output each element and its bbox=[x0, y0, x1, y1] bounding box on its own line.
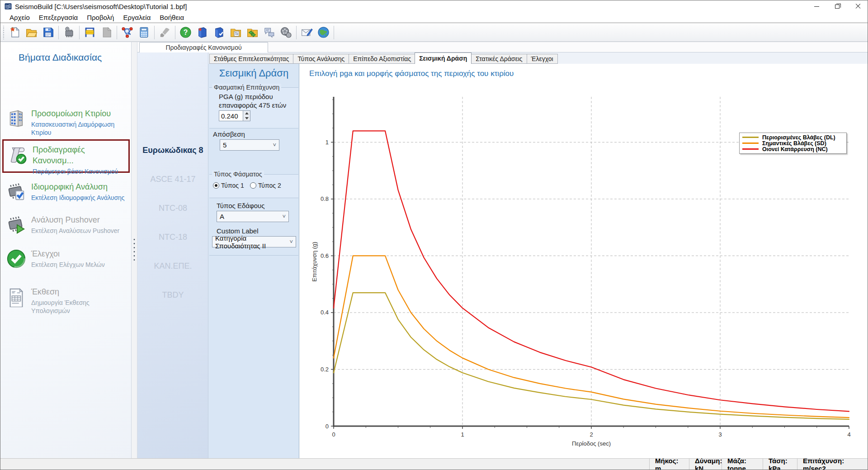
svg-text:?: ? bbox=[184, 28, 188, 36]
svg-text:0: 0 bbox=[326, 423, 329, 430]
tab-performance-levels[interactable]: Στάθμες Επιτελεστικότητας bbox=[209, 54, 293, 64]
calculator-button[interactable] bbox=[136, 24, 152, 41]
radio-label: Τύπος 1 bbox=[221, 182, 244, 189]
blank-page-button[interactable] bbox=[98, 24, 115, 41]
main-tab-strip: Προδιαγραφές Κανονισμού bbox=[137, 42, 868, 52]
status-stress-units: Τάση: kPa bbox=[763, 459, 797, 470]
group-label: Φασματική Επιτάχυνση bbox=[212, 84, 281, 91]
project-folder-button[interactable] bbox=[227, 24, 244, 41]
pga-input[interactable] bbox=[219, 110, 243, 121]
y-axis-label: Επιτάχυνση (g) bbox=[311, 237, 318, 287]
code-item-ntc18[interactable]: NTC-18 bbox=[137, 231, 208, 243]
help-icon: ? bbox=[179, 26, 192, 39]
spectrum-type-group: Τύπος Φάσματος Τύπος 1 Τύπος 2 bbox=[209, 174, 298, 198]
sidebar-item-modal-analysis[interactable]: Ιδιομορφική Ανάλυση Εκτέλεση Ιδιομορφική… bbox=[2, 178, 130, 205]
sidebar-item-checks[interactable]: Έλεγχοι Εκτέλεση Ελέγχων Μελών bbox=[2, 245, 130, 272]
menu-file[interactable]: Αρχείο bbox=[5, 13, 34, 22]
chip-play-icon bbox=[6, 214, 27, 235]
help-button[interactable]: ? bbox=[177, 24, 194, 41]
sidebar-item-code-requirements[interactable]: Προδιαγραφές Κανονισμ... Παράμετροι βάσε… bbox=[2, 139, 130, 173]
spin-down-icon[interactable] bbox=[243, 116, 250, 121]
email-icon bbox=[300, 26, 313, 39]
tab-analysis-type[interactable]: Τύπος Ανάλυσης bbox=[293, 54, 349, 64]
custom-label-label: Custom Label bbox=[217, 227, 259, 235]
sidebar-title: Βήματα Διαδικασίας bbox=[19, 52, 102, 63]
minimize-button[interactable] bbox=[806, 0, 827, 12]
minimize-icon bbox=[814, 6, 819, 7]
export-folder-icon bbox=[246, 26, 259, 39]
open-folder-button[interactable] bbox=[23, 24, 40, 41]
tab-knowledge-level[interactable]: Επίπεδο Αξιοπιστίας bbox=[349, 54, 415, 64]
legend-item-sd: Σημαντικές Βλάβες (SD) bbox=[742, 140, 844, 146]
code-item-eurocode8[interactable]: Ευρωκώδικας 8 bbox=[137, 144, 208, 157]
damping-label: Απόσβεση bbox=[213, 130, 245, 138]
legend-swatch-sd bbox=[742, 142, 759, 144]
sidebar-splitter[interactable] bbox=[132, 42, 137, 458]
menu-view[interactable]: Προβολή bbox=[82, 13, 118, 22]
sidebar-item-pushover-analysis[interactable]: Ανάλυση Pushover Εκτέλεση Αναλύσεων Push… bbox=[2, 211, 130, 238]
sidebar-item-building-modelling[interactable]: Προσομοίωση Κτιρίου Κατασκευαστική Διαμό… bbox=[2, 104, 130, 139]
window-title: SeismoBuild [C:\Users\seismosoft\Desktop… bbox=[15, 3, 187, 10]
code-list: Ευρωκώδικας 8 ASCE 41-17 NTC-08 NTC-18 Κ… bbox=[137, 52, 208, 458]
maximize-button[interactable] bbox=[827, 0, 848, 12]
code-item-asce41-17[interactable]: ASCE 41-17 bbox=[137, 173, 208, 185]
close-button[interactable] bbox=[848, 0, 868, 12]
tab-seismic-action[interactable]: Σεισμική Δράση bbox=[415, 52, 472, 64]
legend-swatch-nc bbox=[742, 148, 759, 150]
legend-item-nc: Οιονεί Κατάρρευση (NC) bbox=[742, 146, 844, 152]
save-button[interactable] bbox=[40, 24, 57, 41]
damping-select[interactable]: 5 ˅ bbox=[220, 139, 279, 151]
sidebar-item-label: Έλεγχοι bbox=[31, 248, 105, 259]
toolbar-grip[interactable] bbox=[2, 26, 5, 39]
sidebar-item-label: Προσομοίωση Κτιρίου bbox=[31, 108, 117, 119]
radio-spectrum-type-1[interactable]: Τύπος 1 bbox=[213, 182, 244, 189]
sidebar-item-report[interactable]: Έκθεση Δημιουργία Έκθεσης Υπολογισμών bbox=[2, 283, 130, 318]
radio-spectrum-type-2[interactable]: Τύπος 2 bbox=[250, 182, 281, 189]
sidebar-item-sublabel: Κατασκευαστική Διαμόρφωση Κτιρίου bbox=[31, 120, 117, 137]
manual-book-button[interactable] bbox=[211, 24, 227, 41]
code-item-ntc08[interactable]: NTC-08 bbox=[137, 202, 208, 214]
menu-help[interactable]: Βοήθεια bbox=[155, 13, 189, 22]
open-folder-icon bbox=[25, 26, 38, 39]
menu-tools[interactable]: Εργαλεία bbox=[118, 13, 155, 22]
custom-label-select[interactable]: Κατηγορία Σπουδαιότητας II ˅ bbox=[212, 236, 296, 247]
soil-type-value: A bbox=[220, 213, 224, 220]
tab-checks[interactable]: Έλεγχοι bbox=[527, 54, 558, 64]
manual-book-icon bbox=[212, 26, 226, 39]
code-item-tbdy[interactable]: TBDY bbox=[137, 289, 208, 301]
radio-label: Τύπος 2 bbox=[258, 182, 281, 189]
export-folder-button[interactable] bbox=[244, 24, 261, 41]
code-item-kanepe[interactable]: ΚΑΝ.ΕΠΕ. bbox=[137, 260, 208, 272]
menu-edit[interactable]: Επεξεργασία bbox=[34, 13, 82, 22]
x-axis-label: Περίοδος (sec) bbox=[334, 440, 849, 447]
tab-static-actions[interactable]: Στατικές Δράσεις bbox=[471, 54, 526, 64]
report-icon bbox=[6, 286, 27, 307]
svg-text:4: 4 bbox=[847, 431, 850, 438]
legend-label: Περιορισμένες Βλάβες (DL) bbox=[762, 134, 835, 141]
pga-spinner[interactable] bbox=[243, 110, 250, 121]
video-icon bbox=[279, 26, 292, 39]
email-button[interactable] bbox=[298, 24, 315, 41]
website-globe-icon bbox=[317, 26, 330, 39]
forum-chat-button[interactable] bbox=[261, 24, 278, 41]
brush-button[interactable] bbox=[156, 24, 173, 41]
tutorial-book-icon bbox=[196, 26, 209, 39]
chevron-down-icon: ˅ bbox=[282, 213, 286, 220]
svg-text:0.4: 0.4 bbox=[321, 309, 329, 316]
chip-settings-button[interactable] bbox=[61, 24, 77, 41]
new-file-button[interactable] bbox=[6, 24, 23, 41]
damping-group: Απόσβεση 5 ˅ bbox=[209, 128, 298, 174]
sidebar-item-label: Προδιαγραφές Κανονισμ... bbox=[33, 144, 127, 166]
tab-code-requirements[interactable]: Προδιαγραφές Κανονισμού bbox=[139, 42, 268, 52]
soil-type-select[interactable]: A ˅ bbox=[217, 211, 289, 222]
spin-up-icon[interactable] bbox=[243, 111, 250, 116]
frame-section-button[interactable] bbox=[81, 24, 98, 41]
website-globe-button[interactable] bbox=[315, 24, 332, 41]
form-title: Σεισμική Δράση bbox=[208, 67, 299, 79]
status-length-units: Μήκος: m bbox=[649, 459, 689, 470]
tutorial-book-button[interactable] bbox=[194, 24, 211, 41]
model-search-button[interactable] bbox=[119, 24, 136, 41]
video-button[interactable] bbox=[278, 24, 294, 41]
sidebar-item-sublabel: Εκτέλεση Ελέγχων Μελών bbox=[31, 261, 105, 269]
status-force-units: Δύναμη: kN bbox=[689, 459, 722, 470]
